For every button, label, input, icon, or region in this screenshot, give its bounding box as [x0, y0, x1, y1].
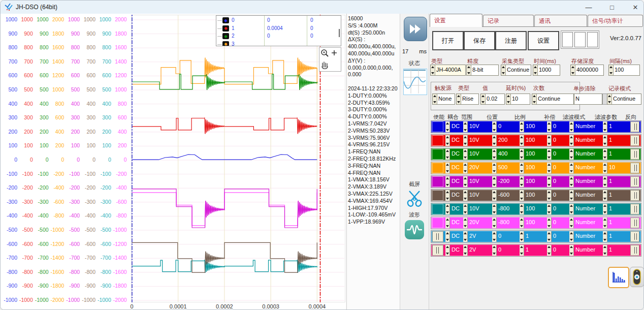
channel-filter-field[interactable]: Number [569, 245, 605, 256]
close-button[interactable]: ✕ [631, 4, 639, 11]
channel-comp-field[interactable]: 0 [547, 149, 571, 160]
status-thumbnail[interactable] [403, 69, 427, 95]
field-5[interactable]: 4000000 [570, 65, 604, 76]
spinner[interactable] [492, 163, 497, 173]
spinner[interactable] [603, 135, 607, 146]
spinner[interactable] [547, 190, 552, 201]
spinner[interactable] [520, 218, 524, 228]
channel-param-field[interactable]: 1 [603, 204, 629, 214]
channel-filter-field[interactable]: Number [569, 163, 605, 173]
channel-range-field[interactable]: 20V [463, 218, 494, 228]
channel-range-field[interactable]: 10V [463, 176, 494, 187]
spinner[interactable] [569, 121, 574, 132]
channel-scale-field[interactable]: 100 [520, 121, 548, 132]
channel-scale-field[interactable]: 1 [520, 245, 548, 256]
channel-param-field[interactable]: 1 [603, 218, 629, 228]
enable-toggle[interactable] [432, 176, 443, 187]
channel-coupling-field[interactable]: DC [445, 190, 465, 201]
channel-position-field[interactable]: -800 [492, 218, 521, 228]
invert-toggle[interactable] [630, 176, 639, 187]
spinner[interactable] [603, 190, 607, 201]
spinner[interactable] [492, 190, 497, 201]
pan-hand-icon[interactable] [322, 62, 328, 69]
enable-toggle[interactable] [432, 204, 443, 214]
spinner[interactable] [492, 231, 497, 242]
spinner[interactable] [520, 135, 524, 146]
channel-position-field[interactable]: 0 [492, 231, 521, 242]
channel-position-field[interactable]: 500 [492, 163, 521, 173]
spinner[interactable] [445, 245, 450, 256]
spinner[interactable] [463, 190, 468, 201]
channel-range-field[interactable]: 2V [463, 245, 494, 256]
channel-range-field[interactable]: 20V [463, 163, 494, 173]
zoom-in-icon[interactable] [321, 50, 328, 56]
spinner[interactable] [603, 231, 607, 242]
channel-coupling-field[interactable]: DC [445, 121, 465, 132]
channel-scale-field[interactable]: 100 [520, 190, 548, 201]
channel-scale-field[interactable]: 100 [520, 149, 548, 160]
spinner[interactable] [463, 231, 468, 242]
channel-comp-field[interactable]: 0 [547, 176, 571, 187]
spinner[interactable] [603, 163, 607, 173]
channel-comp-field[interactable]: 0 [547, 163, 571, 173]
spinner[interactable] [492, 121, 497, 132]
waveform-plot[interactable]: ◆000◆10.00040◆200◆3 [131, 15, 345, 302]
field-6[interactable]: 100 [608, 65, 640, 76]
channel-filter-field[interactable]: Number [569, 121, 605, 132]
channel-filter-field[interactable]: Number [569, 135, 605, 146]
spinner[interactable] [547, 149, 552, 160]
button-save[interactable]: 保存 [464, 31, 495, 50]
run-fast-forward-button[interactable] [404, 17, 427, 41]
tab-3[interactable]: 通讯 [534, 15, 587, 26]
record-mode-field[interactable]: Continue [607, 94, 641, 105]
trigger-field-4[interactable]: 10 [506, 94, 530, 105]
channel-param-field[interactable]: 1 [603, 176, 629, 187]
spinner[interactable] [463, 245, 468, 256]
spinner[interactable] [520, 190, 524, 201]
channel-param-field[interactable]: 1 [603, 231, 629, 242]
enable-toggle[interactable] [432, 121, 443, 132]
spinner[interactable] [492, 218, 497, 228]
screenshot-button[interactable] [405, 190, 424, 210]
spinner[interactable] [547, 245, 552, 256]
spinner[interactable] [532, 94, 537, 104]
channel-coupling-field[interactable]: DC [445, 149, 465, 160]
spinner[interactable] [501, 65, 506, 75]
spinner[interactable] [569, 245, 574, 256]
channel-range-field[interactable]: 10V [463, 135, 494, 146]
spinner[interactable] [433, 94, 437, 104]
enable-toggle[interactable] [432, 231, 443, 242]
spinner[interactable] [467, 65, 471, 75]
invert-toggle[interactable] [630, 135, 639, 146]
invert-toggle[interactable] [630, 149, 639, 160]
spinner[interactable] [569, 163, 574, 173]
legend-row[interactable]: ◆000 [216, 17, 341, 24]
spinner[interactable] [445, 135, 450, 146]
invert-toggle[interactable] [630, 231, 639, 242]
enable-toggle[interactable] [432, 149, 443, 160]
spinner[interactable] [609, 65, 614, 75]
invert-toggle[interactable] [630, 190, 639, 201]
spinner[interactable] [547, 135, 552, 146]
camera-button[interactable] [630, 267, 644, 287]
spinner[interactable] [463, 176, 468, 187]
channel-scale-field[interactable]: 100 [520, 204, 548, 214]
spinner[interactable] [569, 231, 574, 242]
spinner[interactable] [603, 245, 607, 256]
spinner[interactable] [547, 176, 552, 187]
spinner[interactable] [463, 135, 468, 146]
invert-toggle[interactable] [630, 204, 639, 214]
spinner[interactable] [569, 218, 574, 228]
spinner[interactable] [520, 245, 524, 256]
channel-coupling-field[interactable]: DC [445, 245, 465, 256]
spinner[interactable] [445, 176, 450, 187]
invert-toggle[interactable] [630, 218, 639, 228]
spinner[interactable] [569, 190, 574, 201]
step-clear-field[interactable]: N [574, 94, 602, 105]
channel-filter-field[interactable]: Number [569, 149, 605, 160]
channel-param-field[interactable]: 1 [603, 245, 629, 256]
channel-range-field[interactable]: 10V [463, 149, 494, 160]
channel-filter-field[interactable]: Number [569, 190, 605, 201]
spinner[interactable] [603, 218, 607, 228]
spinner[interactable] [445, 121, 450, 132]
